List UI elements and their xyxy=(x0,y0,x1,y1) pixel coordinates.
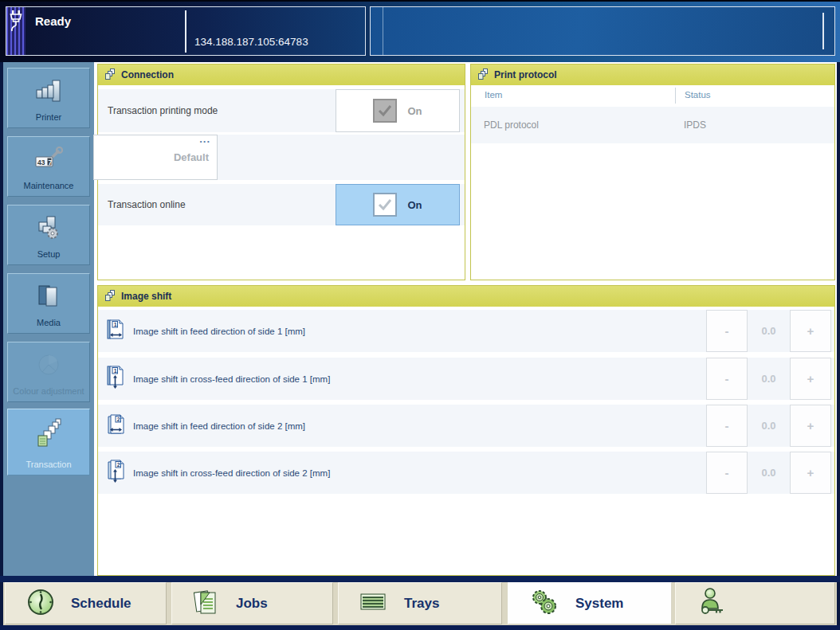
svg-text:2: 2 xyxy=(117,461,120,467)
column-header-item: Item xyxy=(485,90,502,100)
jobs-document-icon xyxy=(193,588,220,620)
bottom-frame-strip xyxy=(0,625,840,630)
column-header-status: Status xyxy=(685,90,711,100)
tab-label: Trays xyxy=(404,596,439,612)
tab-trays[interactable]: Trays xyxy=(338,582,502,624)
panel-title: Connection xyxy=(121,69,174,80)
schedule-clock-icon xyxy=(26,588,55,620)
image-shift-label: Image shift in cross-feed direction of s… xyxy=(133,468,330,478)
connection-panel: Connection Transaction printing mode On … xyxy=(97,64,465,280)
connection-address: 134.188.187.105:64783 xyxy=(194,36,308,48)
svg-text:43: 43 xyxy=(37,158,45,166)
checkbox-checked-icon xyxy=(373,193,397,217)
transaction-printing-mode-toggle: On xyxy=(336,89,460,132)
connection-panel-header: Connection xyxy=(98,65,465,85)
decrement-button[interactable]: - xyxy=(706,452,748,494)
decrement-button[interactable]: - xyxy=(706,358,748,400)
top-status-bar: Ready 134.188.187.105:64783 xyxy=(0,0,840,62)
panel-cascade-icon xyxy=(104,290,116,303)
sidebar-item-label: Transaction xyxy=(8,460,89,469)
print-protocol-panel: Print protocol Item Status PDL protocol … xyxy=(470,64,835,280)
sidebar-item-label: Maintenance xyxy=(8,181,89,190)
image-shift-feed-side2-icon: 2 xyxy=(106,413,127,440)
decrement-button[interactable]: - xyxy=(706,310,748,352)
image-shift-row-feed-side1: 1 Image shift in feed direction of side … xyxy=(98,310,834,352)
shift-value: 0.0 xyxy=(748,358,790,400)
message-panel-tick xyxy=(822,13,824,49)
message-panel xyxy=(370,6,835,56)
toggle-value: On xyxy=(407,199,422,211)
setting-row-active-transaction-setup: Active transaction setup ... Default xyxy=(98,135,465,180)
printer-icon xyxy=(8,76,89,106)
image-shift-feed-side1-icon: 1 xyxy=(106,318,127,345)
image-shift-row-crossfeed-side2: 2 Image shift in cross-feed direction of… xyxy=(98,452,834,494)
colour-adjustment-icon xyxy=(8,350,89,380)
increment-button[interactable]: + xyxy=(790,358,831,400)
sidebar-item-label: Media xyxy=(8,318,89,327)
transaction-icon xyxy=(8,419,89,449)
image-shift-row-feed-side2: 2 Image shift in feed direction of side … xyxy=(98,405,834,447)
transaction-online-toggle[interactable]: On xyxy=(336,184,460,225)
sidebar-item-label: Colour adjustment xyxy=(8,386,89,396)
system-gears-icon xyxy=(529,588,559,620)
power-plug-icon xyxy=(8,10,24,35)
sidebar-item-setup[interactable]: Setup xyxy=(7,205,90,265)
image-shift-crossfeed-side1-icon: 1 xyxy=(106,365,127,393)
tab-jobs[interactable]: Jobs xyxy=(171,582,333,624)
sidebar-item-media[interactable]: Media xyxy=(7,273,90,334)
maintenance-icon: 43 7 xyxy=(8,144,89,174)
svg-text:1: 1 xyxy=(114,367,117,373)
table-row-pdl-protocol: PDL protocol IPDS xyxy=(471,107,834,143)
decrement-button[interactable]: - xyxy=(706,405,748,447)
protocol-status: IPDS xyxy=(684,119,706,131)
active-transaction-setup-button[interactable]: ... Default xyxy=(93,135,218,180)
bottom-separator-band xyxy=(0,576,840,582)
image-shift-row-crossfeed-side1: 1 Image shift in cross-feed direction of… xyxy=(98,358,834,400)
printer-status-text: Ready xyxy=(35,14,71,28)
increment-button[interactable]: + xyxy=(790,452,831,494)
sidebar-item-colour-adjustment: Colour adjustment xyxy=(7,342,90,402)
setup-value: Default xyxy=(174,151,209,163)
toggle-value: On xyxy=(407,105,422,117)
increment-button[interactable]: + xyxy=(790,405,831,447)
setup-icon xyxy=(8,213,89,243)
status-stripe-band xyxy=(6,7,26,55)
image-shift-label: Image shift in feed direction of side 2 … xyxy=(133,421,305,431)
trays-stack-icon xyxy=(359,592,388,616)
panel-title: Image shift xyxy=(121,291,171,302)
sidebar-item-printer[interactable]: Printer xyxy=(7,68,90,128)
tab-label: System xyxy=(575,596,623,612)
sidebar-item-label: Setup xyxy=(8,249,89,259)
main-navigation-bar: Schedule Jobs Trays xyxy=(3,582,837,625)
media-icon xyxy=(8,281,89,311)
shift-value: 0.0 xyxy=(748,310,790,352)
print-protocol-panel-header: Print protocol xyxy=(471,65,834,85)
main-content: Printer 43 7 Maintenance xyxy=(3,62,837,576)
shift-value: 0.0 xyxy=(748,452,790,494)
image-shift-label: Image shift in feed direction of side 1 … xyxy=(133,327,305,336)
checkbox-checked-disabled-icon xyxy=(373,99,397,123)
tab-label: Jobs xyxy=(236,596,268,612)
protocol-table-header: Item Status xyxy=(472,86,834,105)
increment-button[interactable]: + xyxy=(790,310,831,352)
shift-value: 0.0 xyxy=(748,405,790,447)
image-shift-label: Image shift in cross-feed direction of s… xyxy=(133,374,330,384)
image-shift-crossfeed-side2-icon: 2 xyxy=(106,459,127,487)
image-shift-panel: Image shift 1 Image shift in feed direct… xyxy=(97,285,835,576)
sidebar-item-transaction[interactable]: Transaction xyxy=(7,409,90,475)
tab-label: Schedule xyxy=(71,596,131,612)
sidebar-item-maintenance[interactable]: 43 7 Maintenance xyxy=(7,136,90,197)
setting-row-transaction-online: Transaction online On xyxy=(98,184,465,225)
tab-schedule[interactable]: Schedule xyxy=(5,582,167,624)
setting-row-transaction-printing-mode: Transaction printing mode On xyxy=(98,89,465,132)
operator-login-button[interactable] xyxy=(675,582,835,624)
tab-system[interactable]: System xyxy=(508,582,672,624)
panel-cascade-icon xyxy=(104,68,116,82)
printer-controller-window: Ready 134.188.187.105:64783 xyxy=(0,0,840,630)
sidebar-item-label: Printer xyxy=(8,112,89,122)
protocol-item: PDL protocol xyxy=(484,119,539,131)
image-shift-panel-header: Image shift xyxy=(98,286,834,307)
ellipsis-more-icon[interactable]: ... xyxy=(199,135,210,143)
settings-sidebar: Printer 43 7 Maintenance xyxy=(3,62,94,576)
status-divider xyxy=(185,10,186,53)
